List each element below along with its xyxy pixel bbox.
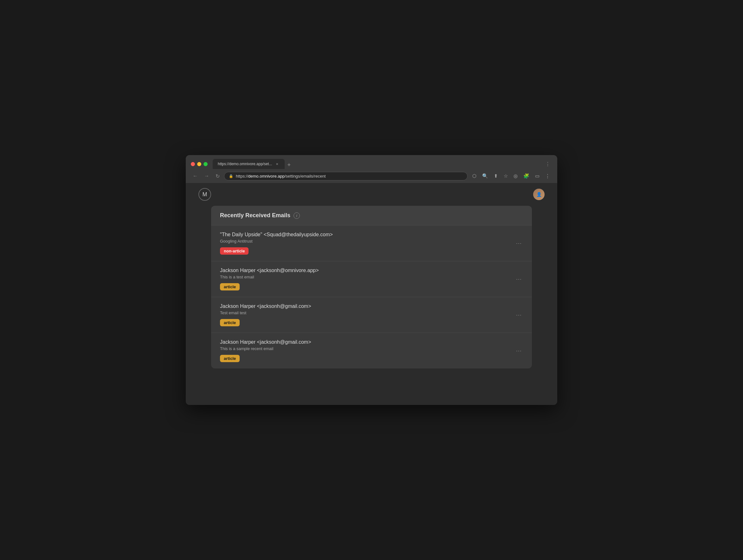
sidebar-icon[interactable]: ▭ xyxy=(533,172,542,180)
user-avatar[interactable]: 👤 xyxy=(533,189,544,200)
card-title: Recently Received Emails xyxy=(220,212,290,219)
reload-button[interactable]: ↻ xyxy=(214,172,222,180)
lock-icon: 🔒 xyxy=(229,174,233,178)
email-item: "The Daily Upside" <Squad@thedailyupside… xyxy=(211,225,532,261)
url-path: /settings/emails/recent xyxy=(285,174,325,178)
share-icon[interactable]: ⬆ xyxy=(492,172,500,180)
main-panel: Recently Received Emails i "The Daily Up… xyxy=(186,206,557,381)
app-header: M 👤 xyxy=(186,183,557,206)
avatar-placeholder: 👤 xyxy=(533,189,544,200)
email-tag-non-article: non-article xyxy=(220,247,249,255)
browser-tab-active[interactable]: https://demo.omnivore.app/set... ✕ xyxy=(213,159,285,169)
maximize-traffic-light[interactable] xyxy=(204,162,208,166)
email-more-button[interactable]: ··· xyxy=(514,346,524,355)
address-text: https://demo.omnivore.app/settings/email… xyxy=(236,174,325,178)
toolbar-actions: ⬡ 🔍 ⬆ ☆ ◎ 🧩 ▭ ⋮ xyxy=(470,172,552,180)
email-more-button[interactable]: ··· xyxy=(514,310,524,319)
app-logo[interactable]: M xyxy=(199,188,211,201)
minimize-traffic-light[interactable] xyxy=(197,162,201,166)
browser-titlebar: https://demo.omnivore.app/set... ✕ + ⋮ xyxy=(186,155,557,169)
zoom-icon[interactable]: 🔍 xyxy=(480,172,490,180)
app-content: M 👤 Recently Received Emails i "The Dail… xyxy=(186,183,557,405)
browser-window: https://demo.omnivore.app/set... ✕ + ⋮ ←… xyxy=(186,155,557,405)
extensions-icon[interactable]: 🧩 xyxy=(521,172,532,180)
email-subject: This is a test email xyxy=(220,274,523,279)
more-options-icon[interactable]: ⋮ xyxy=(543,172,552,180)
tab-close-button[interactable]: ✕ xyxy=(274,161,279,167)
email-more-button[interactable]: ··· xyxy=(514,274,524,284)
info-icon[interactable]: i xyxy=(294,212,300,219)
email-subject: Test email test xyxy=(220,310,523,315)
open-tab-icon[interactable]: ⬡ xyxy=(470,172,479,180)
traffic-lights xyxy=(191,162,208,166)
profile-icon[interactable]: ◎ xyxy=(511,172,520,180)
email-item: Jackson Harper <jacksonh@gmail.com> This… xyxy=(211,333,532,369)
email-sender: Jackson Harper <jacksonh@omnivore.app> xyxy=(220,268,523,273)
email-tag-article: article xyxy=(220,319,239,326)
close-traffic-light[interactable] xyxy=(191,162,195,166)
browser-menu-button[interactable]: ⋮ xyxy=(543,160,552,168)
new-tab-button[interactable]: + xyxy=(285,161,293,169)
email-tag-article: article xyxy=(220,355,239,362)
bookmark-icon[interactable]: ☆ xyxy=(501,172,510,180)
tab-title: https://demo.omnivore.app/set... xyxy=(218,162,272,166)
email-subject: This is a sample recent email xyxy=(220,346,523,351)
email-more-button[interactable]: ··· xyxy=(514,239,524,248)
email-item: Jackson Harper <jacksonh@omnivore.app> T… xyxy=(211,261,532,297)
email-subject: Googling Antitrust xyxy=(220,239,523,244)
forward-button[interactable]: → xyxy=(202,172,211,180)
email-item: Jackson Harper <jacksonh@gmail.com> Test… xyxy=(211,297,532,333)
url-prefix: https:// xyxy=(236,174,248,178)
email-sender: Jackson Harper <jacksonh@gmail.com> xyxy=(220,303,523,309)
browser-controls: https://demo.omnivore.app/set... ✕ + ⋮ xyxy=(191,159,552,169)
card-header: Recently Received Emails i xyxy=(211,206,532,225)
email-sender: "The Daily Upside" <Squad@thedailyupside… xyxy=(220,232,523,238)
emails-card: Recently Received Emails i "The Daily Up… xyxy=(211,206,532,369)
tabs-row: https://demo.omnivore.app/set... ✕ + xyxy=(213,159,541,169)
url-domain: demo.omnivore.app xyxy=(248,174,285,178)
back-button[interactable]: ← xyxy=(191,172,200,180)
browser-toolbar: ← → ↻ 🔒 https://demo.omnivore.app/settin… xyxy=(186,169,557,183)
address-bar[interactable]: 🔒 https://demo.omnivore.app/settings/ema… xyxy=(224,172,468,180)
email-tag-article: article xyxy=(220,283,239,291)
email-sender: Jackson Harper <jacksonh@gmail.com> xyxy=(220,339,523,345)
